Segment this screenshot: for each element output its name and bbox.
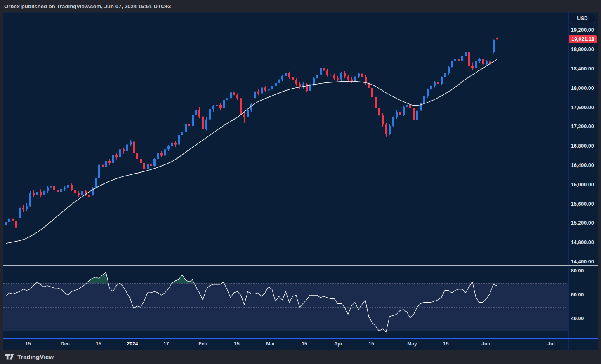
- candle-body: [385, 125, 387, 134]
- rsi-axis-label: 60.00: [571, 292, 584, 298]
- candle-body: [496, 38, 498, 40]
- candle-body: [375, 97, 377, 108]
- candle-body: [188, 124, 190, 126]
- candle-body: [465, 52, 467, 56]
- rsi-axis-label: 40.00: [571, 316, 584, 322]
- candle-body: [471, 66, 474, 68]
- candle-body: [389, 126, 391, 134]
- candle-body: [230, 92, 232, 98]
- candle-body: [320, 68, 322, 74]
- candle-body: [313, 78, 315, 84]
- candle-body: [105, 161, 107, 167]
- time-axis-label: Jun: [481, 341, 490, 347]
- candle-body: [451, 61, 453, 67]
- candle-body: [108, 161, 111, 163]
- candle-body: [71, 185, 73, 190]
- candle-body: [67, 185, 69, 188]
- candle-body: [195, 110, 197, 115]
- candle-body: [185, 124, 187, 132]
- candle-body: [330, 75, 332, 75]
- candle-body: [78, 193, 80, 195]
- candle-body: [423, 96, 425, 103]
- candle-body: [430, 86, 432, 89]
- candle-body: [461, 56, 463, 61]
- price-axis-label: 18,000.00: [571, 85, 594, 91]
- candle-body: [157, 153, 159, 159]
- candle-body: [167, 146, 170, 149]
- candle-body: [281, 76, 283, 79]
- candle-body: [416, 111, 418, 120]
- time-axis-label: Jul: [547, 341, 554, 347]
- candle-body: [444, 73, 446, 77]
- candle-body: [403, 107, 405, 115]
- price-axis-label: 18,800.00: [571, 47, 594, 52]
- candle-body: [413, 108, 415, 120]
- time-axis-year-label: 2024: [127, 341, 138, 347]
- candle-body: [140, 159, 142, 163]
- candle-body: [119, 149, 121, 157]
- candle-body: [482, 59, 484, 64]
- time-axis-label: May: [407, 341, 417, 347]
- candle-body: [50, 186, 52, 188]
- time-axis-label: Dec: [61, 341, 70, 347]
- candle-body: [333, 75, 335, 78]
- time-axis-label: Apr: [334, 341, 343, 347]
- candle-body: [399, 112, 401, 115]
- candle-body: [295, 80, 297, 84]
- time-axis-label: 15: [302, 341, 307, 347]
- candle-body: [212, 106, 214, 109]
- candle-body: [181, 132, 183, 135]
- candle-body: [285, 73, 287, 76]
- candle-body: [275, 83, 277, 86]
- chart-canvas[interactable]: [0, 0, 601, 364]
- candle-body: [478, 59, 481, 61]
- candle-body: [98, 165, 100, 178]
- candle-body: [257, 92, 259, 94]
- candle-body: [288, 73, 290, 77]
- candle-body: [378, 108, 380, 116]
- candle-body: [264, 87, 266, 90]
- candle-body: [392, 117, 394, 126]
- candle-body: [458, 59, 460, 61]
- candle-body: [427, 89, 429, 96]
- time-axis-label: Mar: [266, 341, 275, 347]
- candle-body: [233, 92, 235, 95]
- currency-button[interactable]: USD: [570, 14, 595, 23]
- candle-body: [123, 149, 125, 151]
- candle-body: [441, 77, 443, 84]
- candle-body: [192, 115, 194, 126]
- tradingview-brand-text[interactable]: TradingView: [17, 353, 54, 360]
- candle-body: [358, 74, 360, 77]
- candle-body: [178, 135, 180, 144]
- candle-body: [371, 88, 373, 97]
- price-axis-label: 16,800.00: [571, 143, 594, 149]
- candle-body: [240, 98, 242, 115]
- time-axis-label: 15: [25, 341, 31, 347]
- candle-body: [361, 74, 363, 77]
- candle-body: [254, 92, 256, 98]
- candle-body: [365, 77, 367, 83]
- candle-body: [468, 52, 470, 66]
- candle-body: [354, 77, 356, 81]
- price-axis-label: 17,200.00: [571, 124, 594, 129]
- candle-body: [396, 112, 398, 117]
- candle-body: [351, 80, 353, 81]
- candle-body: [323, 68, 325, 70]
- candle-body: [147, 164, 149, 169]
- candle-body: [43, 191, 45, 195]
- candle-body: [278, 80, 280, 83]
- candle-body: [115, 155, 118, 157]
- candle-body: [164, 149, 166, 155]
- candle-body: [8, 219, 10, 222]
- time-axis-label: 15: [368, 341, 374, 347]
- candle-body: [143, 163, 145, 169]
- tradingview-logo-icon[interactable]: [5, 354, 14, 360]
- candle-body: [340, 73, 342, 79]
- time-axis-label: Feb: [198, 341, 207, 347]
- candle-body: [74, 190, 76, 193]
- candle-body: [306, 84, 308, 91]
- price-axis-label: 16,400.00: [571, 162, 594, 168]
- candle-body: [209, 109, 211, 120]
- candle-body: [40, 192, 42, 195]
- candle-body: [33, 193, 35, 195]
